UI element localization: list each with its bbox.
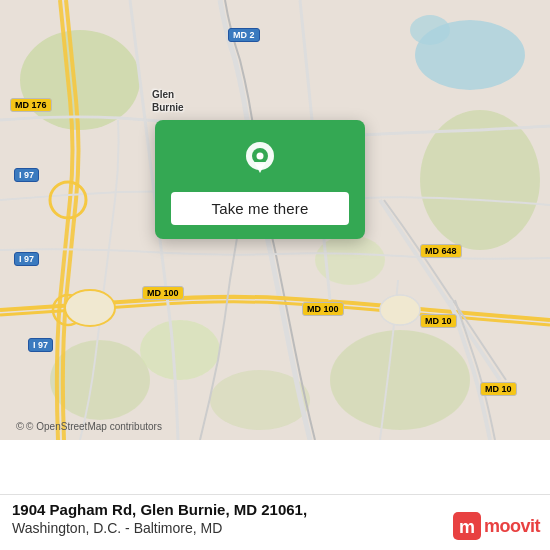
svg-point-8 [140, 320, 220, 380]
svg-point-13 [380, 295, 420, 325]
map-pin-icon [238, 138, 282, 182]
road-badge-md10-top: MD 10 [420, 314, 457, 328]
osm-text: © OpenStreetMap contributors [26, 421, 162, 432]
road-badge-md2: MD 2 [228, 28, 260, 42]
road-badge-md10-bot: MD 10 [480, 382, 517, 396]
place-label-glen-burnie: GlenBurnie [152, 88, 184, 114]
moovit-brand-name: moovit [484, 516, 540, 537]
svg-point-12 [65, 290, 115, 326]
road-badge-md100-right: MD 100 [302, 302, 344, 316]
svg-point-2 [410, 15, 450, 45]
svg-point-3 [20, 30, 140, 130]
action-card: Take me there [155, 120, 365, 239]
road-badge-md648: MD 648 [420, 244, 462, 258]
map-container: MD 2 MD 176 I 97 I 97 I 97 MD 100 MD 100… [0, 0, 550, 440]
osm-attribution: © © OpenStreetMap contributors [6, 414, 172, 436]
svg-text:m: m [459, 517, 475, 537]
moovit-logo: m moovit [453, 512, 540, 540]
road-badge-md176: MD 176 [10, 98, 52, 112]
svg-point-16 [257, 153, 264, 160]
road-badge-md100-left: MD 100 [142, 286, 184, 300]
bottom-bar: 1904 Pagham Rd, Glen Burnie, MD 21061, W… [0, 440, 550, 550]
moovit-icon: m [453, 512, 481, 540]
take-me-there-button[interactable]: Take me there [171, 192, 349, 225]
copyright-icon: © [16, 420, 24, 432]
road-badge-i97-top: I 97 [14, 168, 39, 182]
road-badge-i97-bot: I 97 [28, 338, 53, 352]
separator-line [0, 494, 550, 495]
road-badge-i97-mid: I 97 [14, 252, 39, 266]
svg-point-5 [330, 330, 470, 430]
